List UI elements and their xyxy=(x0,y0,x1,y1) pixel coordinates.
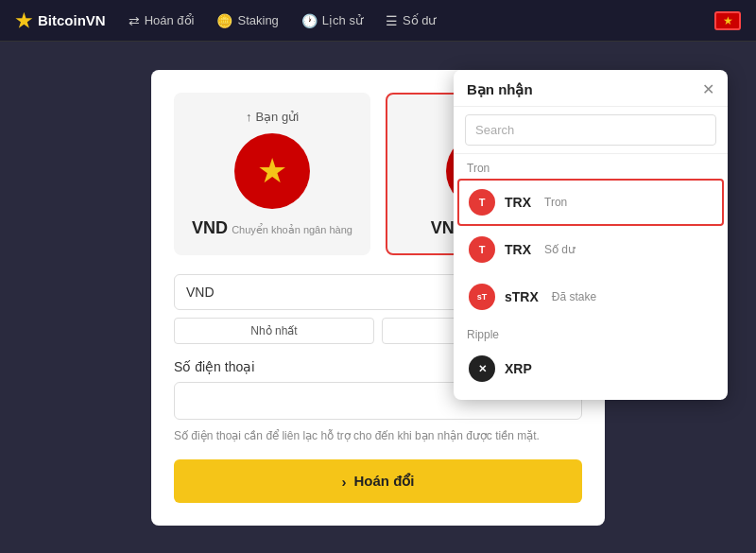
group-label-ripple: Ripple xyxy=(454,320,728,345)
send-arrow-icon: ↑ xyxy=(246,110,252,124)
send-currency-name-row: VND Chuyển khoản ngân hàng xyxy=(192,218,352,238)
list-item-xrp-sodu[interactable]: ✕ XRP Số dư xyxy=(454,392,728,400)
logo[interactable]: ★ BitcoinVN xyxy=(15,9,106,32)
dropdown-list: Tron T TRX Tron T TRX Số dư sT sTRX Đã s… xyxy=(454,154,728,400)
send-flag-circle: ★ xyxy=(234,133,310,209)
send-currency-name: VND xyxy=(192,218,228,238)
swap-button-icon: › xyxy=(342,474,347,490)
staking-label: Staking xyxy=(237,13,278,27)
dropdown-title: Bạn nhận xyxy=(467,81,533,98)
send-label-text: Bạn gửi xyxy=(255,110,299,124)
vn-flag-star-icon: ★ xyxy=(723,14,733,27)
logo-star-icon: ★ xyxy=(15,9,32,32)
dropdown-header: Bạn nhận ✕ xyxy=(454,70,728,107)
trx-sodu-symbol: TRX xyxy=(505,242,531,257)
list-item-strx[interactable]: sT sTRX Đã stake xyxy=(454,273,728,320)
nav-item-hoan-doi[interactable]: ⇄ Hoán đổi xyxy=(129,13,195,28)
lich-su-label: Lịch sử xyxy=(322,13,363,27)
so-du-icon: ☰ xyxy=(386,13,398,28)
hoan-doi-label: Hoán đổi xyxy=(145,13,195,27)
list-item-trx-tron[interactable]: T TRX Tron xyxy=(457,179,724,226)
trx-sodu-name: Số dư xyxy=(544,243,576,256)
trx-tron-icon: T xyxy=(469,189,495,216)
nav-right: ★ xyxy=(714,11,741,30)
so-du-label: Số dư xyxy=(403,13,437,27)
hoan-doi-icon: ⇄ xyxy=(129,13,140,28)
min-button[interactable]: Nhỏ nhất xyxy=(174,318,374,344)
phone-hint: Số điện thoại cần để liên lạc hỗ trợ cho… xyxy=(174,427,582,444)
dropdown-panel[interactable]: Bạn nhận ✕ Tron T TRX Tron T TRX Số dư s… xyxy=(454,70,728,400)
lich-su-icon: 🕐 xyxy=(301,13,318,28)
nav-item-lich-su[interactable]: 🕐 Lịch sử xyxy=(301,13,363,28)
staking-icon: 🪙 xyxy=(216,13,232,28)
logo-text: BitcoinVN xyxy=(38,12,106,28)
strx-icon: sT xyxy=(469,284,495,310)
strx-name: Đã stake xyxy=(552,290,596,303)
strx-symbol: sTRX xyxy=(505,289,539,304)
swap-button[interactable]: › Hoán đổi xyxy=(174,459,582,503)
send-currency-box[interactable]: ↑ Bạn gửi ★ VND Chuyển khoản ngân hàng xyxy=(174,93,370,255)
swap-button-label: Hoán đổi xyxy=(354,473,415,490)
nav-item-so-du[interactable]: ☰ Số dư xyxy=(386,13,437,28)
xrp-symbol: XRP xyxy=(505,361,532,376)
send-currency-sub: Chuyển khoản ngân hàng xyxy=(232,224,352,236)
trx-tron-name: Tron xyxy=(544,196,567,209)
nav-item-staking[interactable]: 🪙 Staking xyxy=(216,13,278,28)
xrp-icon: ✕ xyxy=(469,355,495,382)
list-item-xrp[interactable]: ✕ XRP xyxy=(454,345,728,392)
group-label-tron: Tron xyxy=(454,154,728,179)
send-label: ↑ Bạn gửi xyxy=(246,110,299,124)
trx-sodu-icon: T xyxy=(469,236,495,263)
search-box xyxy=(454,107,728,154)
list-item-trx-sodu[interactable]: T TRX Số dư xyxy=(454,226,728,273)
topnav: ★ BitcoinVN ⇄ Hoán đổi 🪙 Staking 🕐 Lịch … xyxy=(0,0,756,42)
language-flag-button[interactable]: ★ xyxy=(714,11,741,30)
send-flag-star-icon: ★ xyxy=(257,154,287,188)
search-input[interactable] xyxy=(465,114,716,146)
close-button[interactable]: ✕ xyxy=(702,82,714,97)
trx-tron-symbol: TRX xyxy=(505,195,531,210)
